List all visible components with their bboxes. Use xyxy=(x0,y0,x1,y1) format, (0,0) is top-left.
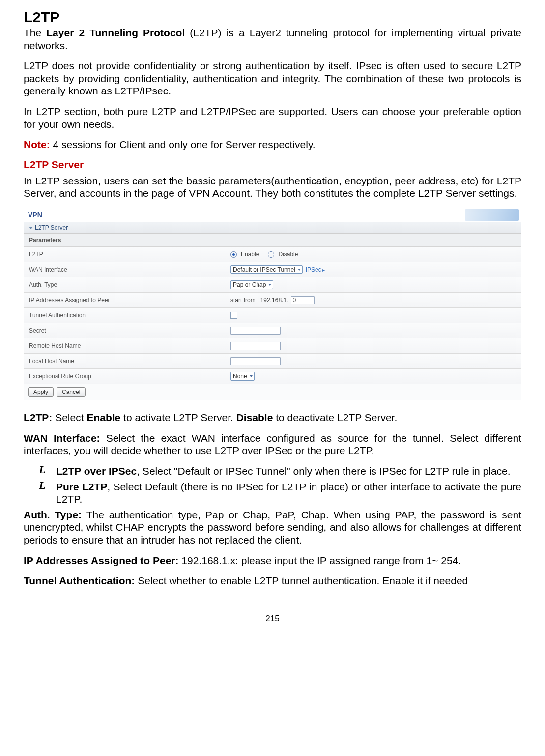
button-row: Apply Cancel xyxy=(24,384,521,400)
list-item: L L2TP over IPSec, Select "Default or IP… xyxy=(37,465,521,478)
label-ip: IP Addresses Assigned to Peer xyxy=(29,297,230,303)
subheader-text: L2TP Server xyxy=(35,224,68,231)
intro-paragraph-3: In L2TP section, both pure L2TP and L2TP… xyxy=(24,105,521,130)
bold: L2TP over IPSec xyxy=(56,465,137,477)
ip-last-octet-input[interactable]: 0 xyxy=(291,296,315,304)
row-secret: Secret xyxy=(24,323,521,338)
desc-auth: Auth. Type: The authentication type, Pap… xyxy=(24,509,521,546)
bold: IP Addresses Assigned to Peer: xyxy=(24,555,179,566)
label-remote: Remote Host Name xyxy=(29,342,230,349)
select-auth-type[interactable]: Pap or Chap xyxy=(230,280,273,289)
ip-prefix: start from : 192.168.1. xyxy=(230,297,288,303)
label-exceptional: Exceptional Rule Group xyxy=(29,373,230,380)
section-heading: L2TP Server xyxy=(24,159,521,171)
desc-ip: IP Addresses Assigned to Peer: 192.168.1… xyxy=(24,554,521,567)
bold: Auth. Type: xyxy=(24,509,82,520)
chevron-down-icon xyxy=(29,227,33,229)
list-item: L Pure L2TP, Select Default (there is no… xyxy=(37,481,521,506)
bold: WAN Interface: xyxy=(24,432,100,444)
ipsec-link[interactable]: IPSec▸ xyxy=(306,266,325,273)
label-secret: Secret xyxy=(29,327,230,334)
panel-subheader[interactable]: L2TP Server xyxy=(24,222,521,234)
text: Select xyxy=(52,412,86,423)
ipsec-link-text: IPSec xyxy=(306,266,321,273)
radio-disable-label: Disable xyxy=(278,251,298,258)
radio-enable-label: Enable xyxy=(241,251,259,258)
row-wan: WAN Interface Default or IPSec Tunnel IP… xyxy=(24,262,521,277)
section-intro: In L2TP session, users can set the bassi… xyxy=(24,175,521,200)
desc-l2tp: L2TP: Select Enable to activate L2TP Ser… xyxy=(24,411,521,424)
row-ip: IP Addresses Assigned to Peer start from… xyxy=(24,293,521,308)
panel-header: VPN xyxy=(24,208,521,222)
info-icon: L xyxy=(37,465,47,475)
row-local: Local Host Name xyxy=(24,354,521,369)
parameters-heading: Parameters xyxy=(24,234,521,247)
select-wan-interface[interactable]: Default or IPSec Tunnel xyxy=(230,265,303,274)
input-local-host[interactable] xyxy=(230,357,281,365)
text: The authentication type, Pap or Chap, Pa… xyxy=(24,509,521,545)
row-tunnel: Tunnel Authentication xyxy=(24,308,521,323)
row-remote: Remote Host Name xyxy=(24,338,521,354)
page-number: 215 xyxy=(24,614,521,624)
radio-enable[interactable] xyxy=(230,251,237,258)
info-icon: L xyxy=(37,481,47,490)
radio-disable[interactable] xyxy=(268,251,274,258)
desc-tunnel: Tunnel Authentication: Select whether to… xyxy=(24,575,521,587)
checkbox-tunnel-auth[interactable] xyxy=(230,312,237,319)
text: 192.168.1.x: please input the IP assigne… xyxy=(179,555,461,566)
panel-header-text: VPN xyxy=(28,211,42,219)
text: Select whether to enable L2TP tunnel aut… xyxy=(135,575,468,586)
input-secret[interactable] xyxy=(230,327,281,335)
bold: Disable xyxy=(236,412,273,423)
desc-wan: WAN Interface: Select the exact WAN inte… xyxy=(24,432,521,457)
bold: Pure L2TP xyxy=(56,481,107,492)
text: , Select "Default or IPSec Tunnel" only … xyxy=(137,465,510,477)
note-line: Note: 4 sessions for Client and only one… xyxy=(24,138,521,151)
note-label: Note: xyxy=(24,139,50,150)
label-l2tp: L2TP xyxy=(29,251,230,258)
select-rule-group[interactable]: None xyxy=(230,372,255,381)
cancel-button[interactable]: Cancel xyxy=(57,387,86,397)
text: , Select Default (there is no IPSec for … xyxy=(56,481,521,505)
apply-button[interactable]: Apply xyxy=(28,387,54,397)
intro-paragraph-2: L2TP does not provide confidentiality or… xyxy=(24,60,521,97)
label-auth: Auth. Type xyxy=(29,281,230,288)
header-decoration xyxy=(465,209,519,221)
info-list: L L2TP over IPSec, Select "Default or IP… xyxy=(24,465,521,506)
label-local: Local Host Name xyxy=(29,358,230,364)
input-remote-host[interactable] xyxy=(230,342,281,350)
intro-paragraph-1: The Layer 2 Tunneling Protocol (L2TP) is… xyxy=(24,27,521,52)
arrow-right-icon: ▸ xyxy=(322,267,325,272)
row-l2tp: L2TP Enable Disable xyxy=(24,247,521,262)
label-wan: WAN Interface xyxy=(29,266,230,273)
note-text: 4 sessions for Client and only one for S… xyxy=(50,139,316,150)
bold: L2TP: xyxy=(24,412,52,423)
label-tunnel: Tunnel Authentication xyxy=(29,312,230,319)
row-exceptional: Exceptional Rule Group None xyxy=(24,369,521,384)
bold: Enable xyxy=(86,412,120,423)
text: to deactivate L2TP Server. xyxy=(273,412,397,423)
bold: Tunnel Authentication: xyxy=(24,575,135,586)
bold-term: Layer 2 Tunneling Protocol xyxy=(46,27,185,38)
page-title: L2TP xyxy=(24,9,521,26)
text: The xyxy=(24,27,46,38)
text: to activate L2TP Server. xyxy=(120,412,236,423)
config-panel: VPN L2TP Server Parameters L2TP Enable D… xyxy=(24,208,521,400)
row-auth: Auth. Type Pap or Chap xyxy=(24,277,521,293)
